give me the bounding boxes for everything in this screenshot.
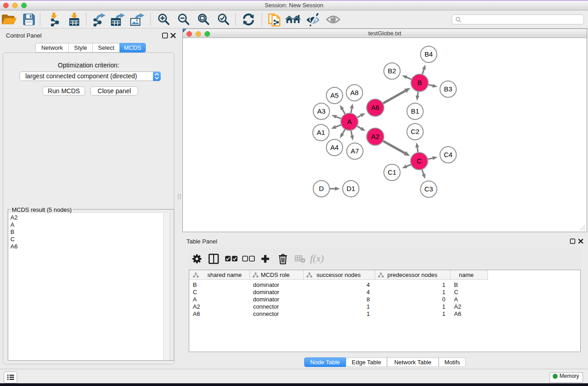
svg-text:A8: A8: [350, 89, 359, 96]
svg-text:B4: B4: [425, 50, 433, 58]
svg-text:B3: B3: [444, 85, 452, 93]
svg-text:A1: A1: [317, 129, 325, 136]
svg-text:C1: C1: [387, 168, 396, 176]
svg-text:D1: D1: [346, 185, 355, 192]
svg-text:C2: C2: [411, 128, 419, 135]
svg-text:B: B: [417, 79, 422, 86]
svg-text:C3: C3: [424, 185, 433, 193]
svg-text:B2: B2: [388, 67, 396, 75]
svg-text:C4: C4: [444, 151, 452, 158]
svg-text:A6: A6: [371, 104, 379, 111]
svg-text:A7: A7: [351, 147, 359, 155]
svg-text:C: C: [417, 157, 422, 165]
svg-text:A2: A2: [371, 133, 379, 140]
svg-text:A3: A3: [317, 107, 325, 115]
svg-text:D: D: [319, 185, 324, 192]
svg-text:A5: A5: [330, 91, 339, 99]
svg-text:B1: B1: [411, 107, 419, 115]
svg-text:A: A: [347, 118, 352, 125]
svg-text:A4: A4: [330, 143, 339, 151]
